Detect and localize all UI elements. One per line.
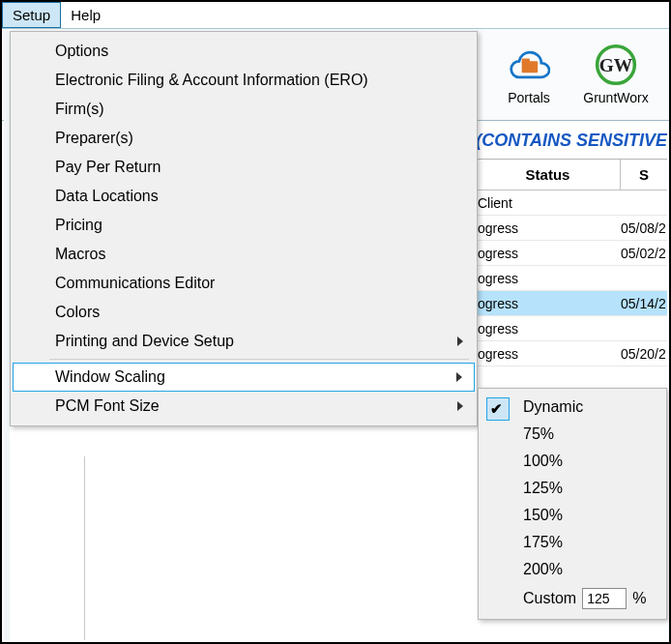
cloud-folder-icon [508,44,550,86]
chevron-right-icon [456,372,462,382]
cell-date: 05/14/2 [621,296,667,311]
scaling-125[interactable]: 125% [481,475,664,502]
chevron-right-icon [457,401,463,411]
cell-date: 05/02/2 [621,246,667,261]
menu-window-scaling[interactable]: Window Scaling [13,363,475,392]
menu-preparers[interactable]: Preparer(s) [13,124,475,153]
gruntworx-icon: GW [595,44,637,86]
setup-dropdown: Options Electronic Filing & Account Info… [10,31,478,426]
menu-help[interactable]: Help [61,2,110,28]
menu-data-locations[interactable]: Data Locations [13,182,475,211]
cell-status: ogress [476,321,621,337]
table-row[interactable]: ogress [476,266,667,291]
scaling-dynamic-label: Dynamic [523,398,583,416]
col-header-s[interactable]: S [621,160,667,190]
menu-ero[interactable]: Electronic Filing & Account Information … [13,66,475,95]
menu-pcm-font[interactable]: PCM Font Size [13,392,475,421]
cell-date: 05/08/2 [621,220,667,236]
menubar: Setup Help [2,2,669,29]
cell-date: 05/20/2 [621,346,667,362]
menu-colors[interactable]: Colors [13,298,475,327]
menu-separator [49,359,469,360]
cell-status: ogress [476,271,621,286]
menu-firms[interactable]: Firm(s) [13,95,475,124]
cell-status: ogress [476,296,621,311]
menu-printing-label: Printing and Device Setup [55,333,234,349]
scaling-100[interactable]: 100% [481,448,664,475]
col-header-status[interactable]: Status [476,160,621,190]
sensitive-banner: (CONTAINS SENSITIVE [476,123,667,160]
scaling-150[interactable]: 150% [481,502,664,529]
gruntworx-button[interactable]: GW GruntWorx [572,29,659,120]
menu-setup[interactable]: Setup [2,2,61,28]
grid-header: Status S [476,160,667,190]
table-row[interactable]: ogress05/20/2 [476,341,667,366]
menu-comm-editor[interactable]: Communications Editor [13,269,475,298]
scaling-175[interactable]: 175% [481,529,664,556]
gruntworx-label: GruntWorx [583,90,648,105]
cell-status: ogress [476,246,621,261]
scaling-custom-label: Custom [523,590,576,607]
menu-ppr[interactable]: Pay Per Return [13,153,475,182]
percent-label: % [632,590,646,607]
menu-pcm-font-label: PCM Font Size [55,397,160,414]
cell-status: Client [476,195,621,211]
portals-button[interactable]: Portals [485,29,572,120]
table-row[interactable]: ogress [476,316,667,341]
chevron-right-icon [457,337,463,346]
check-icon: ✔ [490,400,503,418]
scaling-custom-input[interactable] [582,588,627,609]
menu-window-scaling-label: Window Scaling [55,368,165,385]
menu-options[interactable]: Options [13,37,475,66]
scaling-200[interactable]: 200% [481,556,664,583]
scaling-custom[interactable]: Custom % [481,583,664,614]
menu-printing[interactable]: Printing and Device Setup [13,327,475,356]
grid: Status S Clientogress05/08/2ogress05/02/… [476,160,667,366]
menu-macros[interactable]: Macros [13,240,475,269]
cell-status: ogress [476,220,621,236]
cell-status: ogress [476,346,621,362]
table-row[interactable]: ogress05/14/2 [476,291,667,316]
portals-label: Portals [508,90,550,105]
table-row[interactable]: ogress05/02/2 [476,241,667,266]
window-scaling-submenu: ✔ Dynamic 75% 100% 125% 150% 175% 200% C… [478,388,667,620]
menu-pricing[interactable]: Pricing [13,211,475,240]
scaling-dynamic[interactable]: ✔ Dynamic [481,394,664,421]
scaling-75[interactable]: 75% [481,421,664,448]
table-row[interactable]: Client [476,190,667,216]
svg-text:GW: GW [599,55,633,75]
table-row[interactable]: ogress05/08/2 [476,216,667,241]
svg-rect-1 [522,59,530,64]
